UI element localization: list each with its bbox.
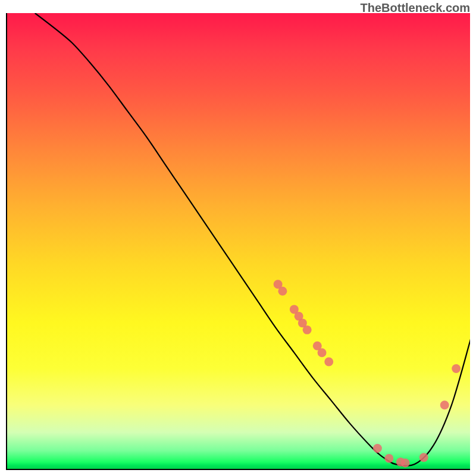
bottleneck-curve — [35, 13, 470, 466]
curve-svg — [7, 13, 470, 469]
data-marker — [373, 444, 382, 453]
watermark-text: TheBottleneck.com — [361, 1, 470, 15]
data-marker — [318, 348, 327, 357]
data-marker — [440, 400, 449, 409]
data-marker — [384, 454, 393, 463]
data-marker — [324, 358, 333, 367]
data-marker — [452, 364, 461, 373]
data-marker — [419, 453, 428, 462]
data-marker — [278, 287, 287, 296]
plot-area — [6, 13, 470, 470]
data-markers — [274, 280, 461, 467]
data-marker — [303, 325, 312, 334]
data-marker — [401, 459, 410, 468]
chart-container: TheBottleneck.com — [0, 0, 476, 476]
